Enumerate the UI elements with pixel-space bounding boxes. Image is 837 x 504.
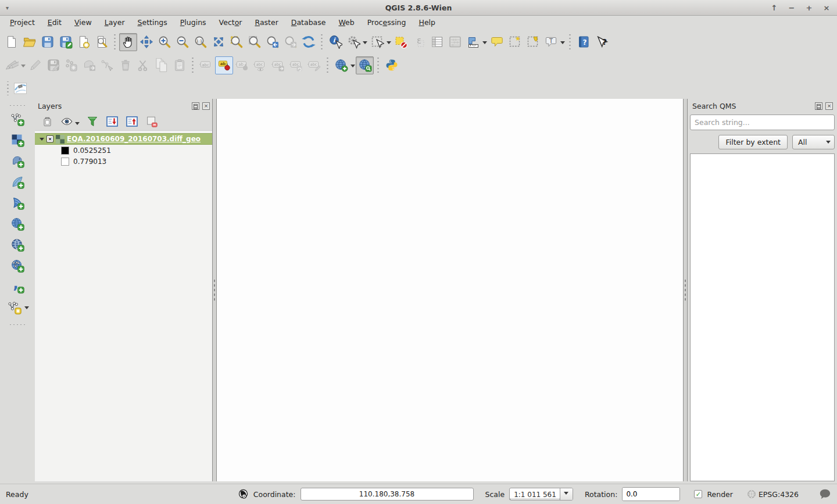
collapse-all-button[interactable]	[124, 114, 140, 129]
menu-raster[interactable]: Raster	[248, 17, 284, 28]
minimize-button[interactable]: −	[787, 3, 796, 12]
measure-button[interactable]	[464, 33, 482, 51]
coordinate-input[interactable]	[301, 488, 474, 501]
save-layer-edits-button[interactable]	[44, 56, 62, 74]
save-project-as-button[interactable]	[56, 33, 74, 51]
new-shapefile-layer-button[interactable]	[6, 298, 24, 316]
zoom-next-button[interactable]	[281, 33, 299, 51]
cut-features-button[interactable]	[134, 56, 152, 74]
add-raster-layer-button[interactable]	[9, 131, 27, 149]
visibility-dropdown-arrow[interactable]	[75, 122, 80, 127]
layers-close-button[interactable]: ×	[202, 102, 210, 110]
filter-legend-button[interactable]	[85, 114, 100, 129]
attribute-table-button[interactable]	[428, 33, 446, 51]
menu-view[interactable]: View	[68, 17, 98, 28]
composer-manager-button[interactable]	[92, 33, 110, 51]
refresh-button[interactable]	[299, 33, 317, 51]
move-feature-button[interactable]	[80, 56, 98, 74]
zoom-out-button[interactable]	[173, 33, 191, 51]
open-project-button[interactable]	[20, 33, 38, 51]
zoom-native-button[interactable]: 1:1	[191, 33, 209, 51]
zoom-last-button[interactable]	[263, 33, 281, 51]
paste-features-button[interactable]	[170, 56, 188, 74]
menu-processing[interactable]: Processing	[361, 17, 413, 28]
field-calculator-button[interactable]	[446, 33, 464, 51]
layers-float-button[interactable]	[192, 102, 199, 110]
labeling-button[interactable]: abc	[197, 56, 215, 74]
menu-settings[interactable]: Settings	[131, 17, 174, 28]
show-bookmarks-button[interactable]	[524, 33, 542, 51]
add-spatialite-layer-button[interactable]	[9, 173, 27, 191]
add-postgis-layer-button[interactable]	[9, 152, 27, 170]
qms-close-button[interactable]: ×	[825, 102, 833, 110]
add-mssql-layer-button[interactable]	[9, 194, 27, 212]
add-vector-layer-button[interactable]	[9, 110, 27, 128]
layers-panel-header[interactable]: Layers ×	[35, 99, 212, 113]
save-project-button[interactable]	[38, 33, 56, 51]
add-delimited-text-layer-button[interactable]: ,	[9, 277, 27, 295]
new-layer-dropdown-arrow[interactable]	[24, 306, 29, 312]
layer-visibility-checkbox[interactable]: ×	[46, 135, 53, 142]
map-tips-button[interactable]	[488, 33, 506, 51]
new-print-composer-button[interactable]	[74, 33, 92, 51]
pan-map-button[interactable]	[119, 33, 137, 51]
title-bar[interactable]: ▾ QGIS 2.8.6-Wien ↑ − + ×	[0, 0, 837, 16]
zoom-to-selection-button[interactable]	[227, 33, 245, 51]
rollup-button[interactable]: ↑	[770, 3, 779, 12]
label-properties-button[interactable]: abc	[305, 56, 323, 74]
new-project-button[interactable]	[2, 33, 20, 51]
rotation-spinbox[interactable]: ▲ ▼	[622, 487, 680, 501]
select-features-button[interactable]	[368, 33, 386, 51]
label-move-button[interactable]: abc	[269, 56, 287, 74]
toolbar-handle[interactable]	[9, 103, 26, 108]
run-feature-action-button[interactable]	[344, 33, 362, 51]
remove-layer-button[interactable]	[144, 114, 159, 129]
scale-combo-arrow[interactable]	[560, 488, 573, 500]
qms-panel-header[interactable]: Search QMS ×	[689, 99, 835, 113]
rotation-input[interactable]	[623, 488, 680, 501]
collapse-arrow-icon[interactable]	[40, 138, 44, 143]
close-button[interactable]: ×	[822, 3, 831, 12]
label-pin-button[interactable]: ab	[215, 56, 233, 74]
zoom-to-layer-button[interactable]	[245, 33, 263, 51]
label-unpin-button[interactable]: ab	[233, 56, 251, 74]
add-wfs-layer-button[interactable]	[9, 256, 27, 274]
menu-plugins[interactable]: Plugins	[174, 17, 213, 28]
qms-float-button[interactable]	[815, 102, 822, 110]
add-wms-layer-button[interactable]	[9, 215, 27, 233]
label-visibility-button[interactable]: abc	[251, 56, 269, 74]
toolbar-handle[interactable]	[6, 81, 10, 95]
qms-search-button[interactable]	[356, 56, 374, 74]
menu-help[interactable]: Help	[412, 17, 442, 28]
zoom-in-button[interactable]	[155, 33, 173, 51]
deselect-all-button[interactable]	[392, 33, 410, 51]
menu-layer[interactable]: Layer	[98, 17, 131, 28]
qms-add-basemap-button[interactable]	[332, 56, 350, 74]
help-contents-button[interactable]: ?	[574, 33, 592, 51]
qms-type-filter-combo[interactable]: All	[792, 135, 835, 149]
run-action-dropdown-arrow[interactable]	[363, 41, 367, 47]
menu-database[interactable]: Database	[285, 17, 332, 28]
add-group-button[interactable]	[40, 114, 55, 129]
add-wcs-layer-button[interactable]	[9, 235, 27, 253]
splitter-left[interactable]	[212, 99, 217, 481]
text-annotation-button[interactable]: T	[542, 33, 560, 51]
maximize-button[interactable]: +	[804, 3, 814, 12]
toggle-extents-button[interactable]	[238, 489, 249, 499]
current-edits-dropdown-arrow[interactable]	[21, 65, 26, 70]
raster-plugin-button[interactable]	[12, 79, 30, 97]
toolbar-handle[interactable]	[9, 322, 26, 327]
splitter-right[interactable]	[683, 99, 688, 481]
menu-project[interactable]: Project	[3, 17, 41, 28]
scale-combo[interactable]: 1:1 011 561	[509, 488, 573, 501]
menu-edit[interactable]: Edit	[41, 17, 68, 28]
qms-search-input[interactable]	[690, 115, 835, 130]
delete-selected-button[interactable]	[116, 56, 134, 74]
zoom-full-extent-button[interactable]	[209, 33, 227, 51]
filter-by-extent-button[interactable]: Filter by extent	[718, 135, 788, 149]
expand-all-button[interactable]	[105, 114, 120, 129]
render-checkbox[interactable]: ✓	[694, 490, 702, 498]
layer-item-selected[interactable]: × EQA.20160609_20160703.diff_geo	[35, 133, 212, 145]
node-tool-button[interactable]	[98, 56, 116, 74]
annotation-dropdown-arrow[interactable]	[560, 41, 565, 47]
